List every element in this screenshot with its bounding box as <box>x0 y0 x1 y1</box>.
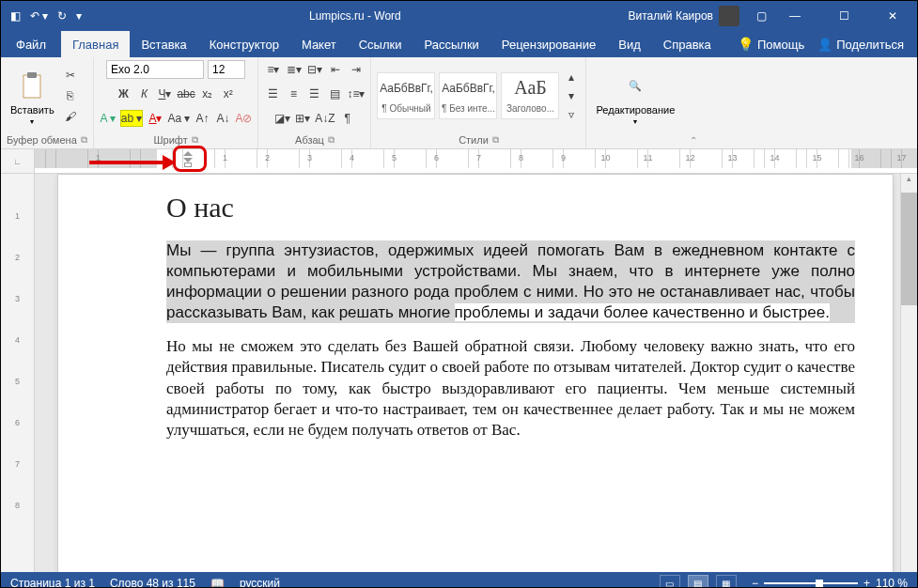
zoom-value[interactable]: 110 % <box>876 577 908 588</box>
view-read-icon[interactable]: ▭ <box>660 575 680 588</box>
user-name: Виталий Каиров <box>628 9 713 23</box>
paragraph[interactable]: Но мы не сможем это сделать без Вашей об… <box>166 336 855 440</box>
align-right-button[interactable]: ☰ <box>305 85 322 102</box>
heading[interactable]: О нас <box>166 192 855 224</box>
word-count[interactable]: Слово 48 из 115 <box>110 577 195 588</box>
collapse-ribbon-icon[interactable]: ⌃ <box>690 135 697 146</box>
zoom-control[interactable]: − + 110 % <box>752 577 908 588</box>
ribbon-tabs: Файл Главная Вставка Конструктор Макет С… <box>1 31 917 57</box>
dropdown-icon: ▾ <box>633 117 637 126</box>
share-icon: 👤 <box>817 38 832 52</box>
italic-button[interactable]: К <box>135 85 152 102</box>
window-title: Lumpics.ru - Word <box>82 9 628 23</box>
vertical-scrollbar[interactable]: ▴ <box>900 174 917 572</box>
show-marks-button[interactable]: ¶ <box>339 110 356 127</box>
account-user[interactable]: Виталий Каиров <box>628 6 739 26</box>
horizontal-ruler[interactable]: ∟ 1 1234567891011121314151617 <box>1 149 917 174</box>
page[interactable]: О нас Мы — группа энтузиастов, одержимых… <box>57 174 894 572</box>
align-justify-button[interactable]: ▤ <box>326 85 343 102</box>
zoom-in-button[interactable]: + <box>864 577 870 588</box>
highlight-button[interactable]: ab ▾ <box>120 110 144 127</box>
tab-view[interactable]: Вид <box>607 31 652 57</box>
format-painter-icon[interactable]: 🖌 <box>62 108 79 125</box>
font-name-input[interactable] <box>106 60 204 79</box>
paragraph-selected[interactable]: Мы — группа энтузиастов, одержимых идеей… <box>166 240 855 323</box>
font-launcher-icon[interactable]: ⧉ <box>192 134 198 146</box>
group-styles: АаБбВвГг,¶ Обычный АаБбВвГг,¶ Без инте..… <box>371 57 586 148</box>
style-heading[interactable]: АаБЗаголово... <box>501 72 559 119</box>
avatar-icon <box>719 6 739 26</box>
undo-icon[interactable]: ↶ ▾ <box>30 9 48 23</box>
document-viewport[interactable]: О нас Мы — группа энтузиастов, одержимых… <box>35 174 900 572</box>
style-no-spacing[interactable]: АаБбВвГг,¶ Без инте... <box>439 72 497 119</box>
multilevel-button[interactable]: ⊟▾ <box>306 61 323 78</box>
page-status[interactable]: Страница 1 из 1 <box>10 577 95 588</box>
dropdown-icon: ▾ <box>30 117 34 126</box>
change-case-button[interactable]: Aa ▾ <box>167 110 190 127</box>
align-center-button[interactable]: ≡ <box>285 85 302 102</box>
clipboard-icon <box>17 69 47 102</box>
superscript-button[interactable]: x² <box>220 85 237 102</box>
clear-format-button[interactable]: A⊘ <box>235 110 252 127</box>
shading-button[interactable]: ◪▾ <box>273 110 290 127</box>
tab-design[interactable]: Конструктор <box>198 31 290 57</box>
tab-selector-icon[interactable]: ∟ <box>1 149 35 173</box>
copy-icon[interactable]: ⎘ <box>62 87 79 104</box>
sort-button[interactable]: A↓Z <box>315 110 335 127</box>
scrollbar-thumb[interactable] <box>901 193 917 305</box>
indent-marker[interactable] <box>181 151 194 168</box>
bold-button[interactable]: Ж <box>115 85 132 102</box>
text-effects-button[interactable]: A ▾ <box>100 110 117 127</box>
increase-indent-button[interactable]: ⇥ <box>348 61 365 78</box>
close-button[interactable]: ✕ <box>872 1 913 31</box>
tab-layout[interactable]: Макет <box>290 31 348 57</box>
font-size-input[interactable] <box>208 60 245 79</box>
maximize-button[interactable]: ☐ <box>823 1 864 31</box>
line-spacing-button[interactable]: ↕≡▾ <box>347 85 365 102</box>
zoom-slider[interactable] <box>764 582 858 584</box>
styles-launcher-icon[interactable]: ⧉ <box>492 134 499 146</box>
underline-button[interactable]: Ч ▾ <box>156 85 173 102</box>
tab-insert[interactable]: Вставка <box>130 31 197 57</box>
tab-review[interactable]: Рецензирование <box>490 31 607 57</box>
paragraph-launcher-icon[interactable]: ⧉ <box>328 134 335 146</box>
font-color-button[interactable]: A ▾ <box>147 110 163 127</box>
autosave-icon[interactable]: ◧ <box>10 9 21 23</box>
align-left-button[interactable]: ☰ <box>264 85 281 102</box>
ribbon-display-icon[interactable]: ▢ <box>756 9 767 23</box>
borders-button[interactable]: ⊞▾ <box>294 110 311 127</box>
view-web-icon[interactable]: ▦ <box>716 575 737 588</box>
tab-home[interactable]: Главная <box>61 31 130 57</box>
language-status[interactable]: русский <box>240 577 280 588</box>
tab-references[interactable]: Ссылки <box>348 31 413 57</box>
grow-font-button[interactable]: A↑ <box>194 110 210 127</box>
paste-button[interactable]: Вставить ▾ <box>7 65 58 126</box>
tell-me-button[interactable]: 💡Помощь <box>738 37 804 52</box>
decrease-indent-button[interactable]: ⇤ <box>327 61 344 78</box>
tab-mailings[interactable]: Рассылки <box>412 31 490 57</box>
share-button[interactable]: 👤Поделиться <box>817 38 904 52</box>
shrink-font-button[interactable]: A↓ <box>214 110 231 127</box>
zoom-out-button[interactable]: − <box>752 577 758 588</box>
group-font: Ж К Ч ▾ abc x₂ x² A ▾ ab ▾ A ▾ Aa ▾ A↑ A… <box>94 57 259 148</box>
tab-file[interactable]: Файл <box>1 31 61 57</box>
strike-button[interactable]: abc <box>177 85 194 102</box>
cut-icon[interactable]: ✂ <box>62 67 79 84</box>
view-print-icon[interactable]: ▤ <box>688 575 708 588</box>
bullets-button[interactable]: ≡▾ <box>265 61 282 78</box>
find-button[interactable]: 🔍 Редактирование ▾ <box>592 65 678 126</box>
clipboard-launcher-icon[interactable]: ⧉ <box>81 134 87 146</box>
subscript-button[interactable]: x₂ <box>199 85 216 102</box>
style-normal[interactable]: АаБбВвГг,¶ Обычный <box>377 72 435 119</box>
lightbulb-icon: 💡 <box>738 37 754 52</box>
redo-icon[interactable]: ↻ <box>57 9 67 23</box>
numbering-button[interactable]: ≣▾ <box>286 61 303 78</box>
document-area: 12345678 О нас Мы — группа энтузиастов, … <box>1 174 917 572</box>
styles-more-icon[interactable]: ▿ <box>563 106 580 123</box>
minimize-button[interactable]: — <box>774 1 816 31</box>
styles-scroll-up-icon[interactable]: ▴ <box>563 69 580 85</box>
tab-help[interactable]: Справка <box>652 31 723 57</box>
vertical-ruler[interactable]: 12345678 <box>1 174 35 572</box>
proofing-icon[interactable]: 📖 <box>210 577 225 588</box>
styles-scroll-down-icon[interactable]: ▾ <box>563 87 580 104</box>
